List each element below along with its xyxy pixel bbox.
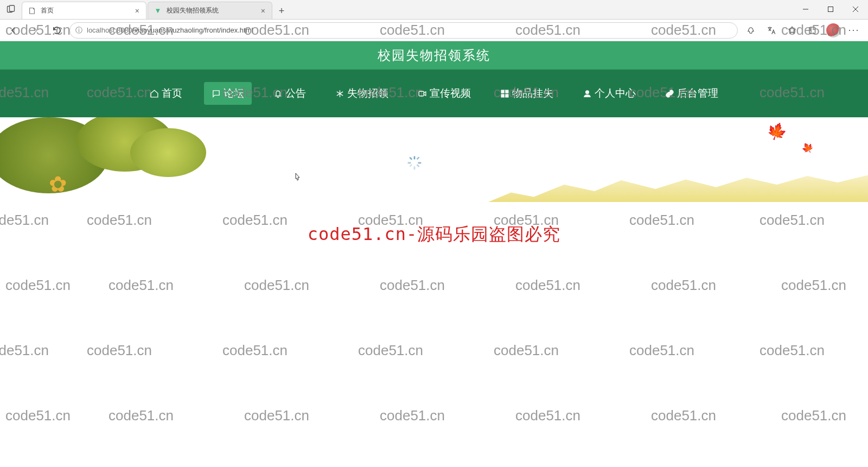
watermark-text: code51.cn — [651, 277, 716, 294]
browser-titlebar: 首页 × ▼ 校园失物招领系统 × + — [0, 0, 868, 20]
window-minimize-button[interactable] — [793, 0, 818, 19]
collections-icon[interactable] — [803, 22, 822, 39]
svg-rect-14 — [414, 166, 416, 169]
svg-rect-8 — [501, 90, 504, 93]
watermark-text: code51.cn — [760, 342, 825, 359]
window-maximize-button[interactable] — [818, 0, 843, 19]
watermark-text: code51.cn — [244, 277, 309, 294]
translate-icon[interactable] — [762, 22, 781, 39]
svg-rect-20 — [409, 163, 412, 167]
svg-rect-15 — [407, 162, 411, 164]
watermark-text: code51.cn — [0, 212, 49, 229]
page-favicon-icon — [28, 7, 36, 15]
window-close-button[interactable] — [843, 0, 868, 19]
more-menu-button[interactable]: ··· — [844, 22, 864, 39]
bell-icon — [273, 89, 283, 98]
nav-label: 宣传视频 — [430, 86, 471, 100]
svg-rect-17 — [409, 157, 412, 160]
profile-button[interactable] — [824, 22, 843, 39]
watermark-text: code51.cn — [222, 342, 288, 359]
nav-item-asterisk[interactable]: 失物招领 — [328, 82, 396, 105]
svg-rect-7 — [419, 91, 424, 96]
nav-item-video[interactable]: 宣传视频 — [410, 82, 478, 105]
watermark-text: code51.cn — [244, 407, 309, 424]
tree-graphic: ✿ — [0, 117, 217, 202]
watermark-notice: code51.cn-源码乐园盗图必究 — [308, 223, 561, 247]
nav-label: 公告 — [285, 86, 306, 100]
svg-rect-3 — [828, 7, 833, 12]
maple-leaf-icon: 🍁 — [764, 119, 789, 144]
watermark-text: code51.cn — [87, 212, 152, 229]
watermark-text: code51.cn — [781, 407, 846, 424]
watermark-text: code51.cn — [494, 342, 559, 359]
svg-rect-10 — [501, 94, 504, 97]
tab-title: 首页 — [41, 6, 134, 15]
hill-graphic — [488, 159, 868, 202]
nav-label: 物品挂失 — [512, 86, 553, 100]
nav-refresh-button[interactable] — [48, 22, 66, 39]
home-icon — [150, 89, 159, 98]
watermark-text: code51.cn — [781, 277, 846, 294]
tab-actions-icon[interactable] — [0, 0, 22, 19]
nav-label: 后台管理 — [677, 86, 718, 100]
nav-label: 个人中心 — [595, 86, 636, 100]
svg-point-12 — [586, 90, 589, 93]
browser-tab-0[interactable]: 首页 × — [22, 2, 146, 19]
watermark-text: code51.cn — [515, 407, 580, 424]
favorites-icon[interactable] — [782, 22, 802, 39]
watermark-text: code51.cn — [108, 407, 174, 424]
nav-back-button[interactable] — [4, 22, 23, 39]
watermark-text: code51.cn — [0, 342, 49, 359]
nav-label: 失物招领 — [347, 86, 388, 100]
watermark-text: code51.cn — [760, 212, 825, 229]
read-aloud-icon[interactable] — [741, 22, 761, 39]
watermark-text: code51.cn — [380, 407, 445, 424]
watermark-text: code51.cn — [380, 277, 445, 294]
nav-item-grid[interactable]: 物品挂失 — [493, 82, 561, 105]
svg-rect-9 — [506, 90, 508, 93]
new-tab-button[interactable]: + — [273, 3, 290, 19]
watermark-text: code51.cn — [629, 342, 694, 359]
svg-rect-18 — [416, 164, 419, 167]
watermark-text: code51.cn — [222, 212, 288, 229]
video-icon — [418, 89, 427, 98]
nav-forward-button[interactable] — [26, 22, 44, 39]
vue-favicon-icon: ▼ — [154, 7, 162, 15]
loading-spinner-icon — [407, 155, 422, 171]
link-icon — [665, 89, 674, 98]
site-info-icon[interactable]: ⓘ — [75, 26, 82, 35]
url-text: localhost:8080/xiaoyuansiwuzhaoling/fron… — [87, 26, 253, 34]
main-nav: 首页论坛公告失物招领宣传视频物品挂失个人中心后台管理 — [0, 70, 868, 117]
nav-item-chat[interactable]: 论坛 — [204, 82, 252, 105]
avatar-icon — [826, 23, 840, 37]
nav-label: 首页 — [162, 86, 182, 100]
tab-title: 校园失物招领系统 — [167, 6, 260, 15]
browser-tab-1[interactable]: ▼ 校园失物招领系统 × — [148, 2, 272, 19]
tab-close-icon[interactable]: × — [260, 7, 266, 15]
browser-address-bar: ⓘ localhost:8080/xiaoyuansiwuzhaoling/fr… — [0, 20, 868, 41]
watermark-text: code51.cn — [651, 407, 716, 424]
nav-item-bell[interactable]: 公告 — [266, 82, 314, 105]
watermark-text: code51.cn — [5, 407, 71, 424]
chat-icon — [212, 89, 221, 98]
hero-banner: ✿ 🍁 🍁 — [0, 117, 868, 202]
nav-item-link[interactable]: 后台管理 — [658, 82, 726, 105]
grid-icon — [500, 89, 509, 98]
nav-item-home[interactable]: 首页 — [142, 82, 190, 105]
nav-label: 论坛 — [224, 86, 244, 100]
nav-item-user[interactable]: 个人中心 — [575, 82, 643, 105]
asterisk-icon — [335, 89, 344, 98]
svg-rect-1 — [10, 5, 15, 11]
watermark-text: code51.cn — [358, 342, 423, 359]
watermark-text: code51.cn — [515, 277, 580, 294]
watermark-text: code51.cn — [5, 277, 71, 294]
svg-rect-6 — [809, 27, 815, 34]
svg-rect-11 — [506, 94, 508, 97]
pointer-cursor-icon — [293, 173, 302, 182]
watermark-text: code51.cn — [629, 212, 694, 229]
watermark-text: code51.cn — [108, 277, 174, 294]
watermark-text: code51.cn — [87, 342, 152, 359]
url-input[interactable]: ⓘ localhost:8080/xiaoyuansiwuzhaoling/fr… — [69, 22, 738, 39]
tab-close-icon[interactable]: × — [134, 7, 141, 15]
page-title: 校园失物招领系统 — [0, 41, 868, 70]
